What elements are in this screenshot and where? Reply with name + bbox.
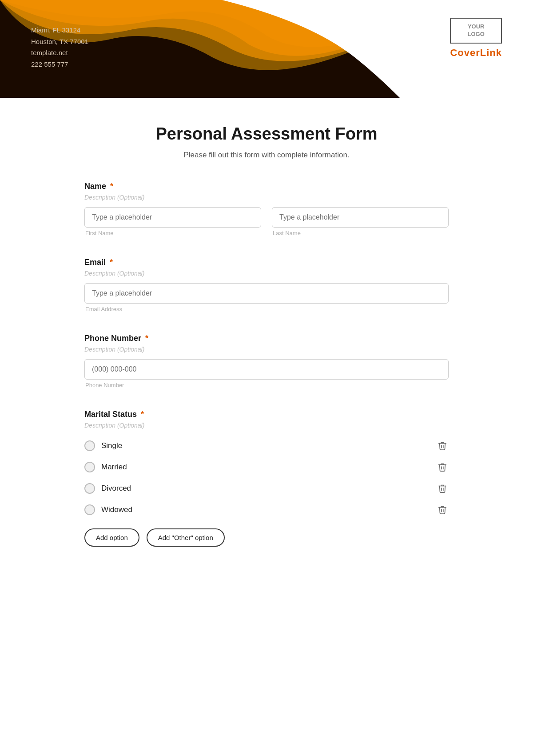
email-wrapper: Email Address — [84, 283, 449, 312]
brand-name: CoverLink — [450, 47, 502, 59]
radio-label-married: Married — [101, 463, 127, 472]
field-phone-label: Phone Number * — [84, 334, 449, 343]
delete-married-icon[interactable] — [436, 461, 449, 473]
phone-input[interactable] — [84, 359, 449, 380]
first-name-input[interactable] — [84, 207, 261, 228]
email-sub-label: Email Address — [84, 306, 449, 312]
field-email-label: Email * — [84, 258, 449, 267]
radio-label-widowed: Widowed — [101, 505, 132, 514]
field-name-row: First Name Last Name — [84, 207, 449, 236]
field-email: Email * Description (Optional) Email Add… — [84, 258, 449, 312]
required-star-phone: * — [145, 334, 148, 343]
delete-widowed-icon[interactable] — [436, 504, 449, 516]
field-name: Name * Description (Optional) First Name… — [84, 182, 449, 236]
radio-circle-married[interactable] — [84, 462, 95, 472]
radio-option-divorced: Divorced — [84, 478, 449, 499]
last-name-wrapper: Last Name — [272, 207, 449, 236]
phone-wrapper: Phone Number — [84, 359, 449, 388]
field-phone: Phone Number * Description (Optional) Ph… — [84, 334, 449, 388]
required-star-marital: * — [141, 410, 144, 419]
delete-divorced-icon[interactable] — [436, 482, 449, 495]
radio-circle-widowed[interactable] — [84, 504, 95, 515]
add-other-option-button[interactable]: Add "Other" option — [147, 528, 225, 547]
add-option-row: Add option Add "Other" option — [84, 528, 449, 547]
radio-label-divorced: Divorced — [101, 484, 131, 493]
field-phone-description: Description (Optional) — [84, 346, 449, 353]
required-star-email: * — [110, 258, 113, 267]
radio-option-widowed: Widowed — [84, 499, 449, 520]
field-marital: Marital Status * Description (Optional) … — [84, 410, 449, 547]
radio-option-single: Single — [84, 435, 449, 456]
radio-circle-divorced[interactable] — [84, 483, 95, 494]
field-name-description: Description (Optional) — [84, 194, 449, 201]
last-name-label: Last Name — [272, 230, 449, 236]
first-name-wrapper: First Name — [84, 207, 261, 236]
required-star: * — [110, 182, 113, 191]
page-header: Miami, FL 33124 Houston, TX 77001 templa… — [0, 0, 533, 98]
add-option-button[interactable]: Add option — [84, 528, 139, 547]
field-email-description: Description (Optional) — [84, 270, 449, 277]
delete-single-icon[interactable] — [436, 440, 449, 452]
first-name-label: First Name — [84, 230, 261, 236]
field-marital-label: Marital Status * — [84, 410, 449, 419]
logo-box: YOURLOGO — [450, 18, 502, 44]
radio-option-married: Married — [84, 456, 449, 478]
last-name-input[interactable] — [272, 207, 449, 228]
form-title: Personal Assessment Form — [84, 124, 449, 144]
radio-circle-single[interactable] — [84, 440, 95, 451]
field-name-label: Name * — [84, 182, 449, 191]
main-content: Personal Assessment Form Please fill out… — [67, 98, 466, 604]
phone-sub-label: Phone Number — [84, 382, 449, 388]
field-marital-description: Description (Optional) — [84, 422, 449, 429]
email-input[interactable] — [84, 283, 449, 304]
header-contact: Miami, FL 33124 Houston, TX 77001 templa… — [31, 24, 88, 70]
radio-label-single: Single — [101, 441, 122, 450]
form-subtitle: Please fill out this form with complete … — [84, 151, 449, 160]
header-logo-area: YOURLOGO CoverLink — [450, 18, 502, 59]
